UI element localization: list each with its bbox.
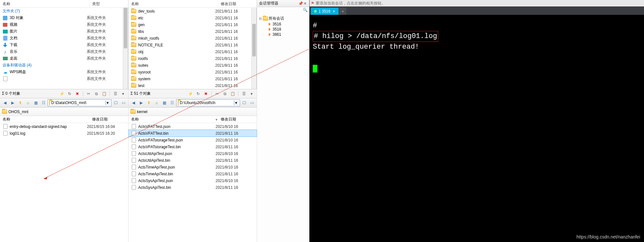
col-date[interactable]: 修改日期 [218,0,257,7]
up-icon[interactable]: ⬆ [145,99,152,106]
col-name[interactable]: 名称 [0,0,90,7]
delete-icon[interactable]: ✖ [203,91,209,97]
folder-item[interactable]: system 2021/8/11 16 [129,75,256,82]
refresh-icon[interactable]: ↻ [66,91,73,97]
forward-icon[interactable]: ▶ [138,99,145,106]
folder-item[interactable]: mksh_rootfs 2021/8/11 16 [129,35,256,42]
paste-icon[interactable]: 📋 [229,91,236,97]
cut-icon[interactable]: ✂ [85,91,92,97]
folder-item[interactable]: 视频 系统文件夹 [0,21,128,28]
breadcrumb[interactable]: kernel [129,108,257,116]
cut-icon[interactable]: ✂ [214,91,220,97]
lightning-icon[interactable]: ⚡ [187,91,194,97]
folder-item[interactable]: test 2021/8/11 16 [129,82,256,89]
col-date-lower[interactable]: 修改日期 [218,116,257,123]
col-date-lower[interactable]: 修改日期 [90,116,128,123]
item-type: 系统文件夹 [87,35,125,41]
folder-item[interactable]: gen 2021/8/11 16 [129,21,256,28]
properties-icon[interactable]: ☰ [112,91,119,97]
back-icon[interactable]: ◀ [130,99,137,106]
collapse-icon[interactable]: ⊟ [258,17,262,20]
folder-item[interactable]: 图片 系统文件夹 [0,28,128,35]
folder-item[interactable]: 文档 系统文件夹 [0,35,128,42]
breadcrumb[interactable]: OHOS_mnt [0,108,128,116]
monitor-icon[interactable]: 🖵 [241,99,248,106]
folder-item[interactable]: sysroot 2021/8/11 16 [129,69,256,75]
more-icon[interactable]: ▾ [248,91,255,97]
item-date: 2021/8/11 16 [215,50,254,54]
terminal-tab-active[interactable]: 1 3516 ✕ [311,8,339,15]
folder-item[interactable]: NOTICE_FILE 2021/8/11 16 [129,42,256,48]
session-item[interactable]: ❥ 3516 [258,22,308,27]
up-icon[interactable]: ⬆ [17,99,24,106]
folder-item[interactable]: obj 2021/8/11 16 [129,48,256,55]
forward-icon[interactable]: ▶ [9,99,16,106]
folder-item[interactable]: etc 2021/8/11 16 [129,15,256,21]
path-dropdown[interactable]: ▾ [234,101,238,105]
back-icon[interactable]: ◀ [1,99,8,106]
file-row[interactable]: log01.log 2021/8/15 16:20 [0,130,128,137]
file-row[interactable]: ActsUtilApiTest.json 2021/8/10 16 [129,150,257,157]
file-row[interactable]: ActsVFATstorageTest.json 2021/8/10 16 [129,137,257,143]
view-icon[interactable]: ▦ [161,99,168,106]
vertical-scrollbar[interactable] [251,8,256,89]
folder-item[interactable]: 桌面 系统文件夹 [0,55,128,62]
refresh-icon[interactable]: ↻ [195,91,201,97]
copy-icon[interactable]: ⧉ [222,91,228,97]
more-icon[interactable]: ▾ [120,91,126,97]
folder-item[interactable]: 下载 系统文件夹 [0,42,128,48]
col-type[interactable]: 类型 [90,0,128,7]
view-icon[interactable]: ▦ [32,99,39,106]
folder-item[interactable]: rootfs 2021/8/11 16 [129,55,256,62]
properties-icon[interactable]: ☰ [241,91,247,97]
tree-root[interactable]: ⊟ 所有会话 [258,15,308,22]
tab-close-icon[interactable]: ✕ [332,9,335,14]
folder-item[interactable]: suites 2021/8/11 16 [129,62,256,69]
group-folders[interactable]: 文件夹 (7) [0,8,128,15]
file-row[interactable]: ActsVFATTest.json 2021/8/10 16 [129,123,257,130]
folder-item[interactable]: ♪ 音乐 系统文件夹 [0,48,128,55]
search-icon[interactable]: 🔍 [303,8,308,14]
drive-item[interactable]: 系统文件夹 [0,75,128,82]
path-dropdown[interactable]: ▾ [105,101,110,105]
folder-item[interactable]: libs 2021/8/11 16 [129,28,256,35]
path-input[interactable] [180,101,234,105]
file-row[interactable]: ActsVFATTest.bin 2021/8/11 16 [129,130,257,137]
group-drives[interactable]: 设备和驱动器 (4) [0,62,128,69]
monitor-icon[interactable]: 🖵 [112,99,119,106]
vertical-scrollbar[interactable] [123,8,128,89]
pin-icon[interactable]: 📌 [298,1,303,6]
screen-icon[interactable]: ▭ [120,99,127,106]
col-name-lower[interactable]: 名称 [129,116,213,123]
file-row[interactable]: ActsVFATstorageTest.bin 2021/8/11 16 [129,143,257,150]
file-list: entry-debug-standard-signed.hap 2021/8/1… [0,123,128,137]
file-row[interactable]: ActsTimeApiTest.bin 2021/8/11 16 [129,170,257,177]
session-item[interactable]: ❥ 3861 [258,32,308,37]
tree-icon[interactable]: ☷ [40,99,47,106]
address-bar[interactable]: ▾ [48,99,111,106]
file-row[interactable]: ActsTimeApiTest.json 2021/8/10 16 [129,164,257,170]
path-input[interactable] [51,101,105,105]
file-row[interactable]: ActsSysApiTest.bin 2021/8/11 16 [129,184,257,191]
home-icon[interactable]: ⌂ [153,99,160,106]
folder-item[interactable]: dev_tools 2021/8/11 16 [129,8,256,15]
terminal-output[interactable]: # # hilog > /data/nfs/log01.log Start lo… [310,15,644,242]
tree-icon[interactable]: ☷ [168,99,176,106]
screen-icon[interactable]: ▭ [248,99,255,106]
session-item[interactable]: ❥ 3518 [258,27,308,32]
col-name-lower[interactable]: 名称 [0,116,90,123]
copy-icon[interactable]: ⧉ [93,91,100,97]
file-row[interactable]: ActsSysApiTest.json 2021/8/10 16 [129,177,257,184]
delete-icon[interactable]: ✖ [74,91,81,97]
file-row[interactable]: entry-debug-standard-signed.hap 2021/8/1… [0,123,128,130]
close-icon[interactable]: ✕ [303,1,307,6]
add-tab-button[interactable]: ＋ [339,8,346,15]
lightning-icon[interactable]: ⚡ [59,91,65,97]
folder-item[interactable]: 3D 对象 系统文件夹 [0,15,128,21]
drive-item[interactable]: ☁ WPS网盘 系统文件夹 [0,69,128,75]
file-row[interactable]: ActsUtilApiTest.bin 2021/8/11 16 [129,157,257,164]
col-name[interactable]: 名称 [129,0,218,7]
paste-icon[interactable]: 📋 [101,91,107,97]
address-bar[interactable]: ▾ [176,99,240,106]
home-icon[interactable]: ⌂ [24,99,32,106]
